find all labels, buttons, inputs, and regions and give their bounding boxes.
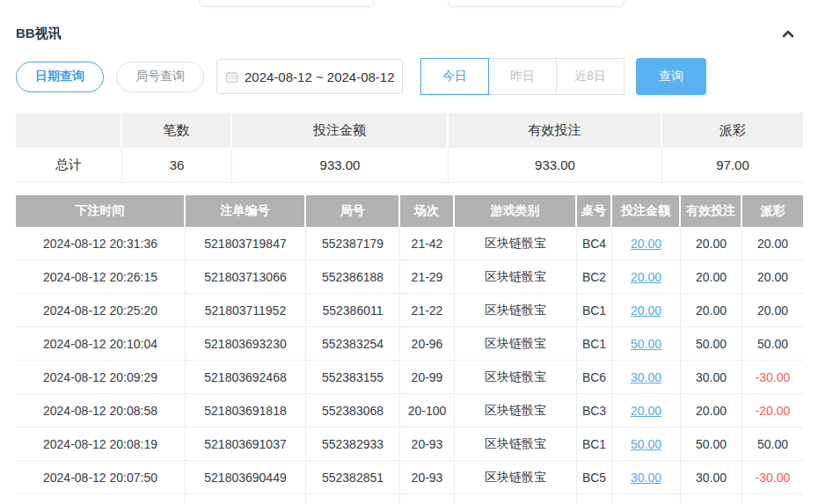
records-table: 下注时间注单编号局号场次游戏类别桌号投注金额有效投注派彩 2024-08-12 … [16, 195, 803, 504]
bet-amount-link[interactable]: 50.00 [631, 437, 661, 451]
table-row: 2024-08-12 20:26:15521803713066552386188… [16, 260, 803, 294]
cell-bet-amount: 50.00 [612, 327, 681, 361]
table-cell: -30.00 [742, 361, 803, 394]
table-row: 2024-08-12 20:08:19521803691037552382933… [16, 427, 803, 461]
table-cell: 552383254 [306, 327, 400, 361]
table-cell: 20-100 [400, 394, 455, 427]
table-cell [455, 494, 577, 504]
table-cell: 2024-08-12 20:09:29 [16, 361, 186, 394]
table-cell: 区块链骰宝 [455, 260, 577, 294]
cell-bet-amount: 30.00 [612, 461, 681, 494]
table-cell [186, 494, 306, 504]
table-cell: 521803692468 [186, 361, 306, 394]
column-header: 场次 [400, 195, 455, 227]
table-cell: 521803719847 [186, 227, 306, 260]
summary-header-count: 笔数 [122, 113, 232, 148]
quick-range-yesterday[interactable]: 昨日 [488, 58, 557, 95]
quick-range-today[interactable]: 今日 [420, 58, 489, 95]
summary-total-label: 总计 [16, 148, 122, 183]
cell-bet-amount: 20.00 [612, 227, 681, 260]
column-header: 游戏类别 [455, 195, 577, 227]
summary-header-row: 笔数 投注金额 有效投注 派彩 [16, 113, 803, 148]
table-cell: 20-99 [400, 361, 455, 394]
bet-amount-link[interactable]: 30.00 [631, 471, 661, 485]
date-range-value: 2024-08-12 ~ 2024-08-12 [245, 69, 395, 84]
table-cell: BC5 [577, 461, 612, 494]
table-cell: 21-29 [400, 260, 455, 294]
table-cell: 20-93 [400, 461, 455, 494]
bet-amount-link[interactable]: 50.00 [631, 337, 661, 351]
table-cell: 50.00 [742, 327, 803, 361]
table-cell: 区块链骰宝 [455, 461, 577, 494]
cell-bet-amount: 20.00 [612, 260, 681, 294]
table-cell: 552383068 [306, 394, 400, 427]
table-cell: 2024-08-12 20:26:15 [16, 260, 186, 294]
table-cell [400, 494, 455, 504]
quick-range-last8days[interactable]: 近8日 [556, 58, 625, 95]
table-cell: 552382851 [306, 461, 400, 494]
summary-header-bet-amount: 投注金额 [232, 113, 449, 148]
table-cell: 20-96 [400, 327, 455, 361]
table-cell: 区块链骰宝 [455, 394, 577, 427]
calendar-icon [225, 70, 238, 84]
table-cell: 20.00 [742, 227, 803, 260]
summary-total-valid-bet: 933.00 [449, 148, 662, 183]
table-cell: BC4 [577, 227, 612, 260]
cutoff-input-left[interactable] [199, 0, 375, 7]
table-cell: 521803711952 [186, 294, 306, 327]
summary-total-payout: 97.00 [662, 148, 803, 183]
tab-date-query[interactable]: 日期查询 [16, 62, 104, 92]
search-button[interactable]: 查询 [636, 58, 706, 95]
bet-amount-link[interactable]: 30.00 [631, 370, 661, 384]
summary-header-empty [16, 113, 122, 148]
table-cell: 20.00 [681, 294, 742, 327]
table-cell: 521803690449 [186, 461, 306, 494]
bet-amount-link[interactable]: 20.00 [631, 303, 661, 318]
bet-amount-link[interactable]: 20.00 [631, 404, 661, 418]
table-cell: 552387179 [306, 227, 400, 260]
table-row-partial [16, 494, 803, 504]
summary-table: 笔数 投注金额 有效投注 派彩 总计 36 933.00 933.00 97.0… [16, 113, 803, 183]
table-cell [681, 494, 742, 504]
betting-records-page: BB视讯 日期查询 局号查询 2024-08-12 ~ 2024-08-12 [0, 0, 840, 504]
table-cell: 2024-08-12 20:07:50 [16, 461, 186, 494]
table-row: 2024-08-12 20:08:58521803691818552383068… [16, 394, 803, 427]
table-cell: 521803691037 [186, 427, 306, 461]
quick-range-group: 今日 昨日 近8日 [420, 58, 625, 95]
tab-round-query[interactable]: 局号查询 [116, 62, 204, 92]
table-cell: 21-42 [400, 227, 455, 260]
table-row: 2024-08-12 20:31:36521803719847552387179… [16, 227, 803, 260]
table-cell: 2024-08-12 20:08:19 [16, 427, 186, 461]
summary-header-payout: 派彩 [662, 113, 803, 148]
records-table-body: 2024-08-12 20:31:36521803719847552387179… [16, 227, 803, 504]
table-cell: 521803691818 [186, 394, 306, 427]
table-cell: 20.00 [681, 260, 742, 294]
bet-amount-link[interactable]: 20.00 [631, 237, 661, 251]
table-cell: 2024-08-12 20:25:20 [16, 294, 186, 327]
table-cell [16, 494, 186, 504]
bet-amount-link[interactable]: 20.00 [631, 270, 661, 284]
column-header: 下注时间 [16, 195, 186, 227]
table-cell: BC6 [577, 361, 612, 394]
column-header: 注单编号 [186, 195, 306, 227]
summary-total-row: 总计 36 933.00 933.00 97.00 [16, 148, 803, 183]
column-header: 有效投注 [681, 195, 742, 227]
table-cell: 50.00 [681, 327, 742, 361]
page-title: BB视讯 [16, 26, 62, 42]
table-row: 2024-08-12 20:25:20521803711952552386011… [16, 294, 803, 327]
collapse-button[interactable] [778, 24, 798, 43]
cell-bet-amount: 20.00 [612, 394, 681, 427]
cutoff-input-right[interactable] [448, 0, 625, 7]
table-cell: 20-93 [400, 427, 455, 461]
column-header: 局号 [306, 195, 400, 227]
table-cell: -30.00 [742, 461, 803, 494]
table-cell [612, 494, 681, 504]
date-range-input[interactable]: 2024-08-12 ~ 2024-08-12 [216, 59, 403, 94]
summary-total-bet-amount: 933.00 [232, 148, 449, 183]
cell-bet-amount: 30.00 [612, 361, 681, 394]
section-header: BB视讯 [16, 23, 803, 44]
table-cell: 区块链骰宝 [455, 227, 577, 260]
table-cell: 20.00 [742, 294, 803, 327]
chevron-up-icon [782, 29, 794, 41]
cell-bet-amount: 20.00 [612, 294, 681, 327]
